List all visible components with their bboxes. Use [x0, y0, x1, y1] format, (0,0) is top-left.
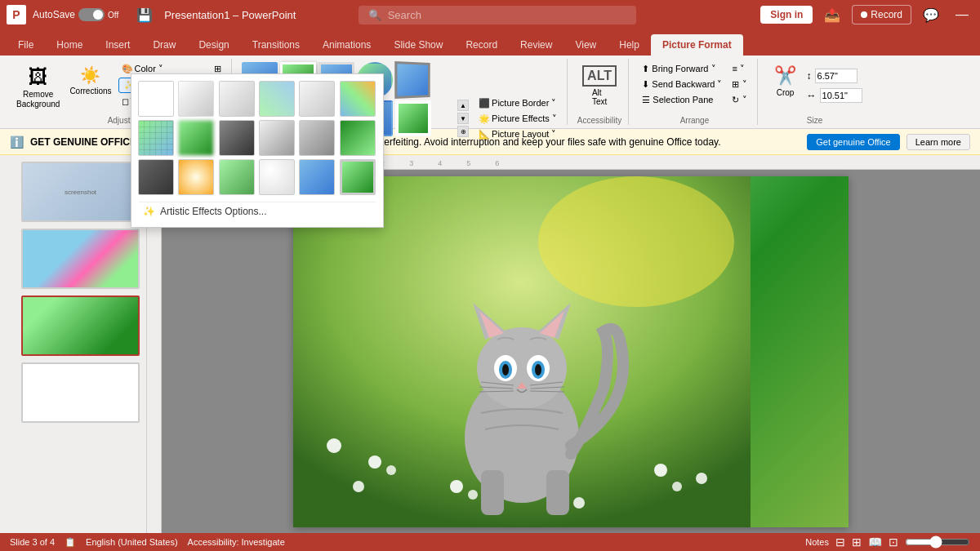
picture-style-buttons: ⬛ Picture Border ˅ 🌟 Picture Effects ˅ 📐… — [475, 96, 560, 141]
size-label: Size — [807, 113, 822, 125]
crop-button[interactable]: ✂️ Crop — [768, 62, 804, 100]
effect-sketch[interactable] — [259, 120, 295, 156]
bring-forward-button[interactable]: ⬆ Bring Forward ˅ — [639, 62, 725, 76]
slide-3-content — [23, 297, 138, 354]
get-genuine-office-button[interactable]: Get genuine Office — [807, 134, 900, 150]
tab-record[interactable]: Record — [454, 34, 509, 56]
height-input[interactable] — [815, 69, 858, 83]
picture-border-icon: ⬛ — [479, 98, 490, 109]
save-icon[interactable]: 💾 — [131, 6, 158, 24]
slide-thumb-2[interactable] — [21, 229, 140, 289]
effect-cutout[interactable] — [340, 120, 376, 156]
tab-animations[interactable]: Animations — [311, 34, 382, 56]
zoom-slider[interactable] — [905, 535, 970, 549]
effect-blur[interactable] — [178, 120, 214, 156]
remove-background-button[interactable]: 🖼 RemoveBackground — [13, 62, 63, 113]
tab-design[interactable]: Design — [187, 34, 240, 56]
effect-watercolor[interactable] — [259, 81, 295, 117]
search-icon: 🔍 — [368, 9, 381, 21]
effect-line-drawing[interactable] — [219, 81, 255, 117]
notes-button[interactable]: Notes — [805, 537, 829, 547]
tab-help[interactable]: Help — [608, 34, 651, 56]
ps-thumb-10[interactable] — [395, 100, 431, 136]
ribbon-group-size: ✂️ Crop ↕ ↔ Size — [761, 59, 869, 125]
effect-paint-strokes[interactable] — [340, 81, 376, 117]
signin-button[interactable]: Sign in — [760, 6, 813, 24]
title-actions: Sign in 📤 Record 💬 — — [760, 5, 973, 24]
effect-none[interactable] — [138, 81, 174, 117]
height-field: ↕ — [807, 69, 862, 83]
height-icon: ↕ — [807, 70, 812, 82]
effect-mosaic[interactable] — [138, 120, 174, 156]
tab-slideshow[interactable]: Slide Show — [382, 34, 454, 56]
gallery-scroll-up[interactable]: ▲ — [457, 100, 469, 111]
effect-chalk-sketch[interactable] — [299, 81, 335, 117]
tab-review[interactable]: Review — [509, 34, 564, 56]
share-icon[interactable]: 📤 — [819, 6, 845, 24]
effect-photo-copy[interactable] — [340, 159, 376, 195]
ae-options-label: Artistic Effects Options... — [160, 206, 267, 217]
accessibility-content: ALT AltText — [579, 59, 620, 113]
crop-label: Crop — [777, 88, 795, 97]
effect-marker[interactable] — [299, 159, 335, 195]
tab-view[interactable]: View — [564, 34, 608, 56]
alt-text-button[interactable]: ALT AltText — [579, 62, 620, 109]
tab-transitions[interactable]: Transitions — [241, 34, 311, 56]
autosave-area: AutoSave Off — [33, 8, 118, 21]
corrections-icon: ☀️ — [80, 65, 100, 85]
picture-layout-icon: 📐 — [479, 129, 490, 140]
effect-light-screen[interactable] — [259, 159, 295, 195]
slide-thumb-3[interactable] — [21, 295, 140, 356]
comment-button[interactable]: 💬 — [918, 6, 944, 24]
reading-view-icon[interactable]: 📖 — [868, 535, 882, 549]
ps-thumb-5[interactable] — [394, 61, 430, 99]
corrections-button[interactable]: ☀️ Corrections — [66, 62, 114, 99]
record-button[interactable]: Record — [852, 5, 911, 24]
autosave-toggle[interactable] — [78, 8, 105, 21]
slide-thumb-4[interactable] — [21, 362, 140, 423]
tab-insert[interactable]: Insert — [94, 34, 141, 56]
learn-more-button[interactable]: Learn more — [906, 134, 970, 150]
effect-bw[interactable] — [219, 120, 255, 156]
accessibility-status: Accessibility: Investigate — [188, 537, 285, 547]
minimize-button[interactable]: — — [951, 6, 973, 24]
picture-effects-button[interactable]: 🌟 Picture Effects ˅ — [475, 112, 560, 126]
effect-glow[interactable] — [178, 159, 214, 195]
effect-grain[interactable] — [219, 159, 255, 195]
effect-film-grain[interactable] — [138, 159, 174, 195]
picture-border-button[interactable]: ⬛ Picture Border ˅ — [475, 96, 560, 110]
rotate-button[interactable]: ↻ ˅ — [728, 93, 750, 107]
tab-draw[interactable]: Draw — [141, 34, 187, 56]
svg-point-7 — [672, 482, 682, 491]
slide-cat-image[interactable] — [293, 176, 849, 527]
effect-pencil-sketch[interactable] — [178, 81, 214, 117]
group-button[interactable]: ⊞ ˅ — [728, 78, 750, 91]
width-input[interactable] — [820, 88, 862, 103]
arrange-label: Arrange — [680, 113, 710, 125]
svg-point-4 — [450, 480, 463, 493]
effect-crumple[interactable] — [299, 120, 335, 156]
selection-pane-button[interactable]: ☰ Selection Pane — [639, 93, 725, 107]
status-right: Notes ⊟ ⊞ 📖 ⊡ — [805, 535, 970, 549]
gallery-more[interactable]: ⊕ — [457, 126, 469, 137]
search-box[interactable]: 🔍 Search — [359, 6, 636, 24]
fit-slide-icon[interactable]: ⊡ — [889, 535, 898, 549]
normal-view-icon[interactable]: ⊟ — [835, 535, 845, 549]
slide-2-wrapper: 2 — [7, 229, 140, 289]
slide-4-content — [23, 364, 138, 421]
effects-grid — [138, 81, 376, 195]
tab-picture-format[interactable]: Picture Format — [651, 34, 743, 56]
send-backward-button[interactable]: ⬇ Send Backward ˅ — [639, 78, 725, 91]
tab-home[interactable]: Home — [45, 34, 94, 56]
align-button[interactable]: ≡ ˅ — [728, 62, 750, 76]
arrange-content: ⬆ Bring Forward ˅ ⬇ Send Backward ˅ ☰ Se… — [639, 59, 750, 113]
slide-sorter-icon[interactable]: ⊞ — [852, 535, 862, 549]
corrections-label: Corrections — [69, 87, 111, 96]
tab-file[interactable]: File — [7, 34, 45, 56]
artistic-effects-options-button[interactable]: ✨ Artistic Effects Options... — [138, 202, 376, 220]
picture-effects-label: Picture Effects ˅ — [492, 113, 557, 124]
search-placeholder: Search — [388, 9, 421, 21]
gallery-scroll-down[interactable]: ▼ — [457, 113, 469, 124]
picture-layout-button[interactable]: 📐 Picture Layout ˅ — [475, 127, 560, 141]
slide-thumb-1[interactable]: screenshot — [21, 162, 140, 222]
